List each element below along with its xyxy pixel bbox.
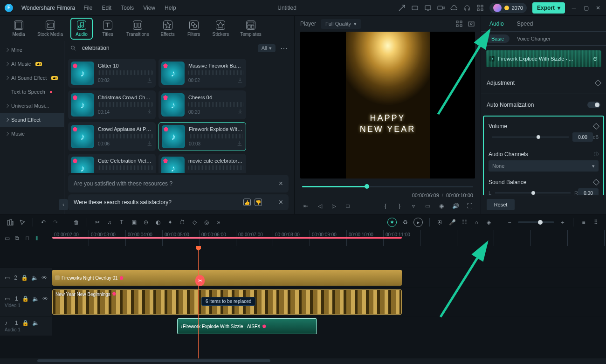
selected-clip-preview[interactable]: ♪ Firework Explode With Sizzle - ... ⊖ [486, 50, 601, 67]
volume-value[interactable]: 0.00 [572, 132, 593, 142]
lock-icon[interactable]: 🔒 [22, 320, 28, 326]
audio-clip-item[interactable]: Firework Explode With ...00:03 [158, 122, 246, 151]
screen-icon[interactable] [424, 4, 432, 12]
timeline-hscroll[interactable] [0, 358, 606, 364]
tab-stickers[interactable]: Stickers [209, 19, 233, 39]
sidebar-item-mine[interactable]: Mine [0, 43, 64, 57]
audio-clip-item[interactable]: Crowd Applause At Par...00:06 [68, 122, 156, 151]
close-button[interactable]: ✕ [595, 5, 601, 11]
snap-icon[interactable]: ⫴ [35, 235, 42, 241]
mark-out-icon[interactable]: } [396, 202, 403, 210]
headphones-icon[interactable] [463, 4, 471, 12]
keyframe-icon[interactable] [595, 80, 601, 86]
download-icon[interactable] [146, 172, 153, 173]
crop-tool-icon[interactable]: ▣ [130, 219, 138, 226]
apps-icon[interactable] [476, 4, 484, 12]
preview-viewport[interactable]: HAPPY NEW YEAR [300, 32, 475, 179]
thumbs-down-button[interactable]: 👎 [255, 199, 262, 206]
pip-icon[interactable]: ▭ [424, 202, 431, 210]
tab-templates[interactable]: Templates [236, 19, 265, 39]
device-icon[interactable] [411, 4, 419, 12]
tab-stock-media[interactable]: Stock Media [34, 19, 67, 39]
mark-in-icon[interactable]: { [382, 202, 389, 210]
export-button[interactable]: Export ▾ [532, 2, 565, 14]
keyframe-tool-icon[interactable]: ◇ [191, 219, 198, 226]
audio-channels-select[interactable]: None▾ [489, 160, 599, 172]
magnet-icon[interactable]: ⊓ [25, 235, 32, 241]
close-icon[interactable]: × [279, 198, 283, 206]
sidebar-item-ai-sfx[interactable]: AI Sound EffectAI [0, 71, 64, 85]
mixer-icon[interactable]: ☷ [461, 219, 468, 226]
mute-icon[interactable]: 🔈 [31, 275, 38, 281]
prev-frame-button[interactable]: ⇤ [302, 202, 310, 210]
step-back-button[interactable]: ◁ [316, 202, 324, 210]
recycle-icon[interactable]: ♻ [401, 219, 409, 226]
search-input[interactable] [81, 44, 253, 52]
cut-marker-icon[interactable]: ✂ [195, 275, 205, 286]
sidebar-item-music[interactable]: Music [0, 127, 64, 141]
visible-icon[interactable]: 👁 [41, 275, 47, 281]
more-tools-icon[interactable]: » [215, 219, 222, 226]
keyframe-icon[interactable] [593, 179, 599, 185]
audio-clip-item[interactable]: Massive Firework Bang ...00:02 [158, 59, 246, 88]
tab-media[interactable]: Media [7, 19, 30, 39]
download-icon[interactable] [237, 77, 243, 83]
balance-slider[interactable] [495, 190, 571, 195]
mute-icon[interactable]: 🔈 [32, 295, 39, 302]
tab-effects[interactable]: Effects [157, 19, 179, 39]
music-tool-icon[interactable]: ♫ [106, 219, 113, 226]
record-icon[interactable] [437, 4, 445, 12]
close-icon[interactable]: × [279, 179, 283, 188]
sidebar-item-sound-effect[interactable]: Sound Effect [0, 113, 64, 127]
sidebar-item-tts[interactable]: Text to Speech [0, 85, 64, 99]
tag-icon[interactable]: ⌂ [473, 219, 480, 226]
zoom-slider[interactable] [518, 221, 554, 223]
download-icon[interactable] [146, 77, 153, 83]
balance-value[interactable]: 0.00 [578, 188, 599, 195]
render-button[interactable]: ▸ [413, 218, 423, 227]
lock-icon[interactable]: 🔒 [22, 295, 28, 302]
shield-icon[interactable]: ⛨ [436, 219, 444, 226]
marker-icon[interactable]: ▿ [410, 202, 417, 210]
audio-clip-item[interactable]: Cheers 0400:20 [158, 90, 246, 119]
keyframe-icon[interactable] [593, 123, 599, 130]
split-button[interactable]: ✂ [94, 219, 101, 226]
tl-library-icon[interactable] [7, 219, 14, 226]
timer-tool-icon[interactable]: ⏱ [179, 219, 186, 226]
settings-icon[interactable]: ⠿ [592, 219, 599, 226]
share-icon[interactable] [398, 4, 406, 12]
minimize-button[interactable]: ─ [571, 5, 577, 11]
download-icon[interactable] [237, 109, 243, 115]
play-button[interactable]: ▷ [330, 202, 337, 210]
credits-pill[interactable]: 2070 [489, 3, 527, 13]
menu-help[interactable]: Help [165, 5, 176, 11]
audio-clip-item[interactable]: Cute Celebration Victor...00:08 [68, 154, 156, 173]
subtab-voice-changer[interactable]: Voice Changer [517, 36, 551, 41]
menu-view[interactable]: View [143, 5, 155, 11]
speed-tool-icon[interactable]: ⊙ [142, 219, 150, 226]
audio-clip-item[interactable]: movie cute celebratory ...00:06 [158, 154, 246, 173]
text-tool-icon[interactable]: T [118, 219, 125, 226]
scrub-bar[interactable] [302, 182, 473, 191]
marker-tool-icon[interactable]: ◈ [485, 219, 492, 226]
menu-file[interactable]: File [83, 5, 92, 11]
work-area-bar[interactable] [52, 237, 402, 239]
undo-button[interactable]: ↶ [40, 219, 47, 226]
timeline-ruler[interactable]: 00:00:02:0000:00:03:0000:00:04:0000:00:0… [52, 230, 606, 246]
tab-transitions[interactable]: Transitions [123, 19, 153, 39]
sidebar-item-universal[interactable]: Universal Musi... [0, 99, 64, 113]
grid-view-icon[interactable] [455, 20, 463, 27]
zoom-out-button[interactable]: − [506, 219, 513, 226]
menu-edit[interactable]: Edit [102, 5, 112, 11]
tab-filters[interactable]: Filters [183, 19, 205, 39]
reset-button[interactable]: Reset [487, 199, 515, 210]
zoom-in-button[interactable]: ＋ [559, 219, 566, 226]
download-icon[interactable] [236, 140, 243, 147]
color-tool-icon[interactable]: ◐ [154, 219, 162, 226]
lock-icon[interactable]: 🔒 [21, 275, 28, 281]
download-icon[interactable] [146, 140, 153, 147]
track-manage-icon[interactable]: ▭ [5, 235, 11, 241]
filter-dropdown[interactable]: All▾ [258, 44, 275, 52]
fullscreen-icon[interactable]: ⛶ [466, 202, 473, 210]
timeline-clip-overlay[interactable]: Fireworks Night Overlay 01 [52, 270, 402, 286]
